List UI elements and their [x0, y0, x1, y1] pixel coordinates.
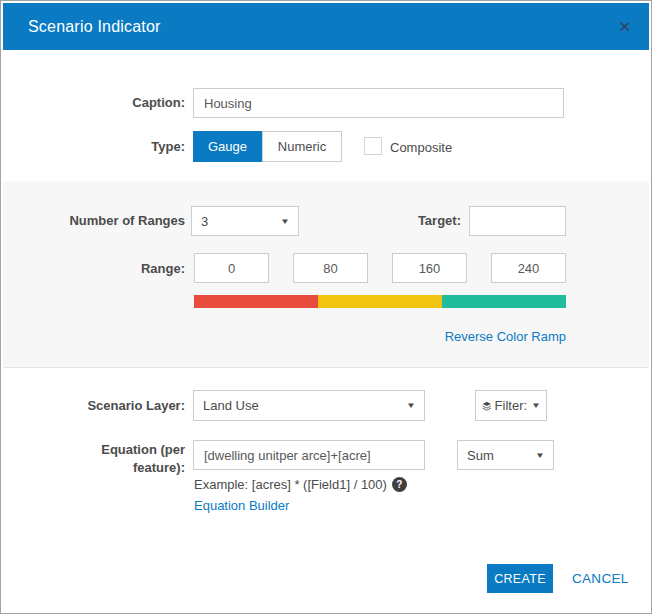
- dialog-header: Scenario Indicator ✕: [3, 3, 649, 50]
- type-option-gauge[interactable]: Gauge: [193, 131, 262, 162]
- scenario-layer-dropdown[interactable]: Land Use ▼: [193, 390, 425, 421]
- type-toggle: Gauge Numeric: [193, 131, 342, 162]
- cancel-button[interactable]: CANCEL: [572, 571, 629, 586]
- ramp-segment-yellow: [318, 295, 442, 308]
- range-input-1[interactable]: [194, 253, 269, 283]
- dialog-title: Scenario Indicator: [28, 18, 618, 36]
- range-input-2[interactable]: [293, 253, 368, 283]
- equation-label-line2: feature):: [1, 460, 185, 475]
- filter-label: Filter:: [495, 398, 528, 413]
- target-label: Target:: [293, 213, 461, 228]
- aggregation-dropdown[interactable]: Sum ▼: [457, 440, 554, 470]
- equation-example-text: Example: [acres] * ([Field1] / 100): [194, 477, 387, 492]
- caption-input[interactable]: [193, 88, 564, 118]
- caret-down-icon: ▼: [535, 451, 545, 460]
- number-of-ranges-dropdown[interactable]: 3 ▼: [191, 206, 299, 236]
- composite-label: Composite: [390, 140, 452, 155]
- create-button[interactable]: CREATE: [487, 564, 553, 593]
- number-of-ranges-label: Number of Ranges: [3, 213, 185, 228]
- type-label: Type:: [1, 139, 185, 154]
- range-input-4[interactable]: [491, 253, 566, 283]
- caret-down-icon: ▼: [280, 217, 290, 226]
- target-input[interactable]: [469, 206, 566, 236]
- equation-example-row: Example: [acres] * ([Field1] / 100) ?: [194, 477, 407, 492]
- color-ramp: [194, 295, 566, 308]
- scenario-layer-label: Scenario Layer:: [1, 398, 185, 413]
- number-of-ranges-value: 3: [201, 214, 208, 229]
- ramp-segment-teal: [442, 295, 566, 308]
- type-option-numeric[interactable]: Numeric: [262, 131, 342, 162]
- range-label: Range:: [3, 261, 185, 276]
- ramp-segment-red: [194, 295, 318, 308]
- scenario-indicator-dialog: Scenario Indicator ✕ Caption: Type: Gaug…: [0, 0, 652, 614]
- reverse-color-ramp-link[interactable]: Reverse Color Ramp: [194, 329, 566, 344]
- help-icon[interactable]: ?: [392, 477, 407, 492]
- range-input-3[interactable]: [392, 253, 467, 283]
- equation-label-line1: Equation (per: [1, 442, 185, 457]
- layers-icon: [482, 399, 492, 413]
- scenario-layer-value: Land Use: [203, 398, 259, 413]
- caption-label: Caption:: [1, 95, 185, 110]
- equation-input[interactable]: [193, 440, 425, 470]
- filter-button[interactable]: Filter: ▼: [475, 390, 547, 421]
- close-icon[interactable]: ✕: [618, 19, 631, 34]
- aggregation-value: Sum: [467, 448, 494, 463]
- caret-down-icon: ▼: [531, 401, 541, 410]
- caret-down-icon: ▼: [406, 401, 416, 410]
- composite-checkbox[interactable]: [364, 137, 382, 155]
- ranges-panel: Number of Ranges 3 ▼ Target: Range: Reve…: [3, 181, 649, 368]
- equation-builder-link[interactable]: Equation Builder: [194, 498, 289, 513]
